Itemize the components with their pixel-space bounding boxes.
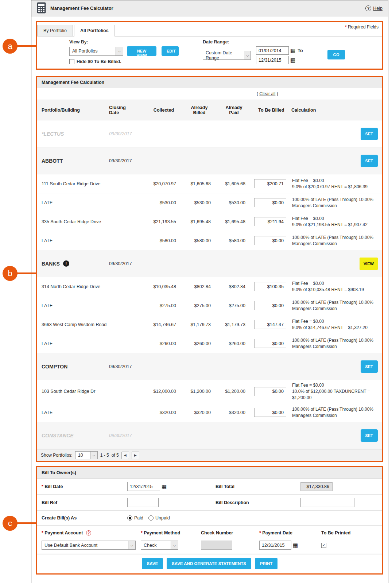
- to-be-billed-input[interactable]: [254, 198, 286, 207]
- set-button[interactable]: SET: [361, 128, 378, 140]
- to-be-billed-input[interactable]: [254, 320, 286, 329]
- clear-all-link[interactable]: Clear all: [259, 91, 275, 96]
- to-be-billed-input[interactable]: [254, 217, 286, 226]
- print-button[interactable]: PRINT: [255, 558, 278, 569]
- tab-by-portfolio[interactable]: By Portfolio: [37, 25, 73, 36]
- bill-ref-row: Bill Ref Bill Description: [37, 495, 382, 511]
- building-row: LATE$260.00$260.00$260.00100.00% of LATE…: [37, 334, 382, 353]
- payment-method-label: * Payment Method: [141, 530, 201, 535]
- bill-description-input[interactable]: [300, 498, 354, 507]
- date-to-input[interactable]: [256, 56, 289, 64]
- tab-all-portfolios[interactable]: All Portfolios: [74, 25, 115, 36]
- already-paid-amount: $1,695.48: [217, 219, 251, 224]
- to-be-billed-cell: [251, 179, 291, 188]
- portfolio-name-cell: COMPTON: [42, 364, 109, 370]
- to-be-printed-checkbox[interactable]: ✓: [321, 543, 326, 548]
- action-cell: SET: [291, 360, 378, 373]
- calendar-icon[interactable]: ▦: [293, 542, 298, 548]
- bill-date-input[interactable]: [127, 482, 160, 491]
- view-button[interactable]: VIEW: [360, 258, 378, 270]
- calculation-cell: 100.00% of LATE (Pass Through) 10.00% Ma…: [291, 337, 378, 350]
- payment-account-select[interactable]: Use Default Bank Account ⌵: [42, 541, 136, 550]
- annotation-c-connector: [16, 522, 37, 524]
- col-already-paid: Already Paid: [217, 105, 251, 115]
- next-page-button[interactable]: ▶: [132, 452, 139, 459]
- building-name: 103 South Cedar Ridge Dr: [42, 389, 109, 394]
- to-be-billed-input[interactable]: [254, 408, 286, 417]
- building-name: LATE: [42, 200, 109, 205]
- already-billed-amount: $260.00: [182, 341, 217, 346]
- building-row: LATE$530.00$530.00$530.00100.00% of LATE…: [37, 193, 382, 212]
- view-by-select[interactable]: All Portfolios ⌵: [69, 47, 123, 56]
- calendar-icon[interactable]: ▦: [290, 57, 295, 63]
- prev-page-button[interactable]: ◀: [121, 452, 129, 459]
- calculation-line: 100.00% of LATE (Pass Through) 10.00% Ma…: [292, 406, 378, 419]
- calculation-cell: 100.00% of LATE (Pass Through) 10.00% Ma…: [291, 235, 378, 247]
- calculation-cell: 100.00% of LATE (Pass Through) 10.00% Ma…: [291, 299, 378, 312]
- to-be-billed-input[interactable]: [254, 179, 286, 188]
- already-billed-amount: $1,200.00: [182, 389, 217, 394]
- portfolio-name: *LECTUS: [42, 131, 64, 137]
- to-be-billed-cell: [251, 408, 291, 417]
- set-button[interactable]: SET: [361, 155, 378, 167]
- save-button[interactable]: SAVE: [142, 558, 163, 569]
- calendar-icon[interactable]: ▦: [290, 48, 295, 53]
- edit-button[interactable]: EDIT: [162, 46, 179, 56]
- set-button[interactable]: SET: [361, 429, 378, 442]
- to-be-billed-cell: [251, 339, 291, 348]
- show-portfolios-label: Show Portfolios:: [41, 453, 73, 458]
- app-header: Management Fee Calculator ? Help: [31, 0, 388, 16]
- required-fields-note: * Required Fields: [345, 24, 379, 30]
- calculation-line: 100.00% of LATE (Pass Through) 10.00% Ma…: [292, 337, 378, 350]
- paid-radio[interactable]: [127, 515, 132, 521]
- to-be-billed-input[interactable]: [254, 339, 286, 348]
- payment-date-label: * Payment Date: [259, 530, 321, 535]
- set-button[interactable]: SET: [361, 360, 378, 373]
- to-be-billed-input[interactable]: [254, 282, 286, 291]
- create-bills-row: Create Bill(s) As Paid Unpaid: [37, 511, 382, 526]
- page-of: of 5: [112, 453, 119, 458]
- required-asterisk: *: [141, 530, 143, 535]
- to-be-billed-input[interactable]: [254, 301, 286, 310]
- go-button[interactable]: GO: [327, 50, 345, 59]
- building-row: 111 South Cedar Ridge Drive$20,070.97$1,…: [37, 174, 382, 193]
- payment-method-label-text: Payment Method: [144, 530, 180, 535]
- chevron-down-icon: ⌵: [128, 541, 135, 549]
- help-link[interactable]: Help: [373, 6, 383, 11]
- page-size-select[interactable]: 10 ⌵: [75, 451, 98, 459]
- save-and-generate-statements-button[interactable]: SAVE AND GENERATE STATEMENTS: [167, 558, 251, 569]
- payment-date-input[interactable]: [259, 541, 291, 550]
- annotation-c: c: [3, 516, 18, 531]
- payment-method-select[interactable]: Check ⌵: [141, 541, 178, 550]
- calculation-cell: Flat Fee = $0.0010.0% of $12,000.00 TAXD…: [291, 382, 378, 401]
- building-name: 111 South Cedar Ridge Drive: [42, 181, 109, 186]
- new-view-button[interactable]: NEW VIEW: [127, 46, 156, 56]
- building-row: 335 South Cedar Ridge Drive$21,193.55$1,…: [37, 212, 382, 231]
- calculation-line: Flat Fee = $0.00: [292, 178, 378, 184]
- col-calculation: Calculation: [291, 108, 378, 113]
- closing-date: 09/30/2017: [109, 158, 145, 163]
- to-be-billed-input[interactable]: [254, 236, 286, 245]
- calculation-line: 10.0% of $12,000.00 TAXDUNCRENT = $1,200…: [292, 388, 378, 401]
- date-from-input[interactable]: [256, 46, 289, 55]
- hide-zero-checkbox[interactable]: [69, 59, 74, 64]
- help-icon[interactable]: ?: [365, 5, 371, 11]
- help-question-icon[interactable]: ?: [86, 530, 91, 535]
- bill-ref-input[interactable]: [127, 498, 159, 507]
- action-cell: VIEW: [291, 258, 378, 270]
- warning-icon[interactable]: !: [63, 260, 69, 267]
- to-be-billed-cell: [251, 320, 291, 329]
- to-be-billed-cell: [251, 236, 291, 245]
- date-range-select[interactable]: Custom Date Range ⌵: [203, 51, 251, 60]
- unpaid-radio[interactable]: [148, 515, 154, 521]
- to-be-billed-input[interactable]: [254, 387, 286, 396]
- payment-account-value: Use Default Bank Account: [44, 543, 97, 548]
- portfolio-name: COMPTON: [42, 364, 67, 370]
- check-number-label: Check Number: [201, 530, 259, 535]
- calendar-icon[interactable]: ▦: [162, 484, 167, 489]
- calculation-line: 100.00% of LATE (Pass Through) 10.00% Ma…: [292, 197, 378, 209]
- required-asterisk: *: [259, 530, 261, 535]
- already-billed-amount: $1,695.48: [182, 219, 217, 224]
- already-billed-amount: $580.00: [182, 238, 217, 243]
- view-by-label: View By:: [69, 39, 179, 45]
